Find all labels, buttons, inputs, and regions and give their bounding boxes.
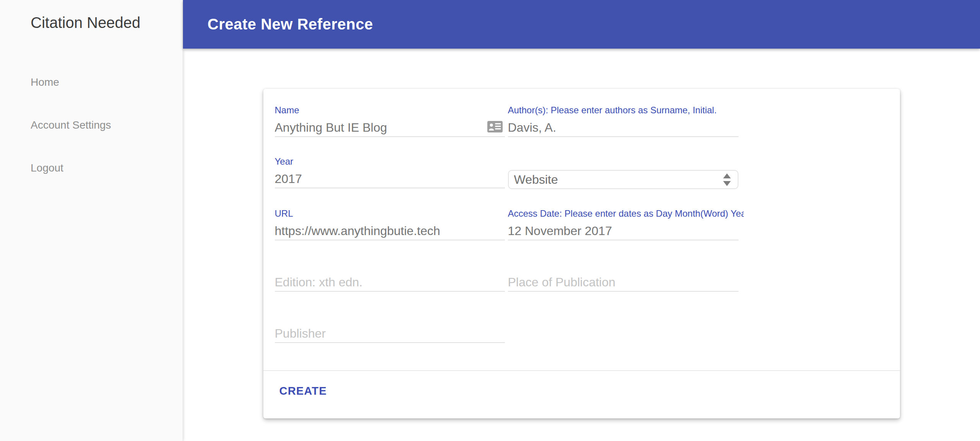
app-bar: Create New Reference — [183, 0, 980, 49]
year-label: Year — [275, 155, 505, 168]
year-input[interactable] — [275, 170, 505, 188]
empty-cell — [508, 310, 738, 343]
url-label: URL — [275, 207, 505, 220]
name-field: Name — [275, 104, 505, 137]
place-of-publication-input[interactable] — [508, 273, 738, 292]
reference-form: Name Author(s): Please enter authors as … — [263, 89, 900, 370]
sidebar-item-account-settings[interactable]: Account Settings — [0, 119, 183, 132]
page-title: Create New Reference — [207, 16, 373, 33]
access-date-input[interactable] — [508, 222, 738, 240]
sidebar-nav: Home Account Settings Logout — [0, 76, 183, 175]
sidebar-item-home[interactable]: Home — [0, 76, 183, 89]
publisher-label-spacer — [275, 310, 505, 322]
up-down-spinner-icon — [723, 173, 731, 186]
place-of-publication-field — [508, 259, 738, 292]
sidebar-item-logout[interactable]: Logout — [0, 162, 183, 175]
edition-label-spacer — [275, 259, 505, 271]
form-footer: CREATE — [263, 370, 900, 418]
name-label: Name — [275, 104, 505, 116]
url-field: URL — [275, 207, 505, 240]
place-label-spacer — [508, 259, 738, 271]
reference-type-selected-value: Website — [514, 173, 558, 187]
contact-card-icon[interactable] — [487, 121, 503, 132]
year-field: Year — [275, 155, 505, 189]
reference-form-card: Name Author(s): Please enter authors as … — [263, 89, 900, 418]
reference-type-field: Website — [508, 155, 738, 189]
access-date-label: Access Date: Please enter dates as Day M… — [508, 207, 744, 220]
reference-type-select[interactable]: Website — [508, 170, 738, 189]
access-date-field: Access Date: Please enter dates as Day M… — [508, 207, 738, 240]
sidebar: Citation Needed Home Account Settings Lo… — [0, 0, 183, 441]
edition-input[interactable] — [275, 273, 505, 292]
main-content: Name Author(s): Please enter authors as … — [183, 49, 980, 441]
reference-type-label-spacer — [508, 155, 738, 168]
url-input[interactable] — [275, 222, 505, 240]
publisher-input[interactable] — [275, 325, 505, 343]
name-input[interactable] — [275, 119, 505, 137]
edition-field — [275, 259, 505, 292]
authors-label: Author(s): Please enter authors as Surna… — [508, 104, 738, 116]
create-button[interactable]: CREATE — [275, 382, 332, 400]
app-title: Citation Needed — [31, 13, 183, 32]
publisher-field — [275, 310, 505, 343]
authors-field: Author(s): Please enter authors as Surna… — [508, 104, 738, 137]
authors-input[interactable] — [508, 119, 738, 137]
